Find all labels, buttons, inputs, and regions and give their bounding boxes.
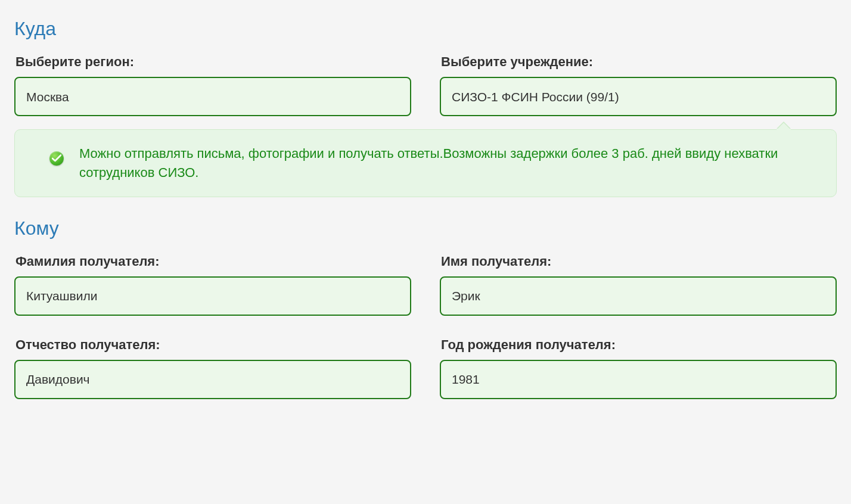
info-pointer [777,123,791,130]
whom-row-2: Отчество получателя: Год рождения получа… [14,337,837,399]
patronymic-col: Отчество получателя: [14,337,411,399]
region-col: Выберите регион: Москва [14,54,411,116]
whom-section: Кому Фамилия получателя: Имя получателя:… [14,217,837,399]
facility-col: Выберите учреждение: СИЗО-1 ФСИН России … [440,54,837,116]
birthyear-col: Год рождения получателя: [440,337,837,399]
surname-input[interactable] [14,276,411,316]
check-circle-icon [49,151,64,166]
info-message: Можно отправлять письма, фотографии и по… [79,144,807,182]
region-label: Выберите регион: [15,54,411,70]
whom-title: Кому [14,217,837,239]
birthyear-label: Год рождения получателя: [441,337,837,353]
firstname-label: Имя получателя: [441,254,837,269]
patronymic-input[interactable] [14,360,411,399]
where-row: Выберите регион: Москва Выберите учрежде… [14,54,837,116]
patronymic-label: Отчество получателя: [15,337,411,353]
where-title: Куда [14,18,837,40]
firstname-col: Имя получателя: [440,254,837,316]
surname-label: Фамилия получателя: [15,254,411,269]
surname-col: Фамилия получателя: [14,254,411,316]
facility-select-wrap: СИЗО-1 ФСИН России (99/1) [440,77,837,116]
region-select-wrap: Москва [14,77,411,116]
region-select[interactable]: Москва [14,77,411,116]
whom-grid: Фамилия получателя: Имя получателя: Отче… [14,254,837,399]
info-box: Можно отправлять письма, фотографии и по… [14,129,837,197]
facility-label: Выберите учреждение: [441,54,837,70]
birthyear-input[interactable] [440,360,837,399]
where-section: Куда Выберите регион: Москва Выберите уч… [14,18,837,197]
firstname-input[interactable] [440,276,837,316]
whom-row-1: Фамилия получателя: Имя получателя: [14,254,837,316]
facility-select[interactable]: СИЗО-1 ФСИН России (99/1) [440,77,837,116]
